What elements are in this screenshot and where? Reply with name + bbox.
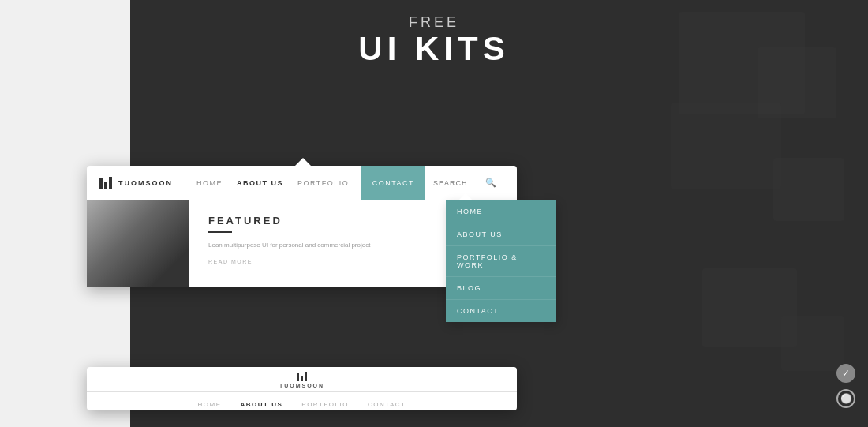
dropdown-menu: HOME ABOUT US PORTFOLIO & WORK BLOG CONT… — [446, 200, 556, 322]
dropdown-arrow-up — [458, 193, 473, 200]
free-label: FREE — [0, 14, 868, 31]
footer-nav-portfolio[interactable]: PORTFOLIO — [301, 401, 349, 408]
circle-user: ⚪ — [836, 389, 855, 408]
nav-about-us[interactable]: ABOUT US — [237, 179, 283, 187]
footer-nav: HOME ABOUT US PORTFOLIO CONTACT — [87, 392, 517, 416]
featured-divider — [208, 231, 232, 233]
footer-logo-bar-2 — [301, 376, 303, 381]
footer-logo-bar-1 — [297, 373, 299, 381]
navbar: TUOMSOON HOME ABOUT US PORTFOLIO CONTACT… — [87, 166, 517, 200]
browser-mockup-main: TUOMSOON HOME ABOUT US PORTFOLIO CONTACT… — [87, 166, 517, 287]
dropdown-about-us[interactable]: ABOUT US — [446, 223, 556, 246]
user-icon[interactable]: ⚪ — [836, 388, 856, 409]
logo-name: TUOMSOON — [118, 179, 173, 187]
footer-nav-home[interactable]: HOME — [198, 401, 222, 408]
right-icons: ✓ ⚪ — [836, 363, 856, 409]
logo-bar-3 — [109, 177, 112, 189]
check-circle-icon[interactable]: ✓ — [836, 363, 856, 384]
footer-logo: TUOMSOON — [279, 372, 324, 388]
footer-nav-contact[interactable]: CONTACT — [368, 401, 406, 408]
footer-logo-icon — [297, 372, 307, 381]
dropdown-home[interactable]: HOME — [446, 200, 556, 223]
search-icon[interactable]: 🔍 — [485, 178, 496, 188]
circle-check: ✓ — [836, 364, 855, 383]
dropdown-contact[interactable]: CONTACT — [446, 300, 556, 322]
logo-bar-1 — [99, 178, 103, 189]
search-input[interactable] — [433, 179, 481, 187]
person-silhouette — [87, 200, 189, 287]
logo-bar-2 — [104, 182, 107, 189]
dropdown-blog[interactable]: BLOG — [446, 277, 556, 300]
navbar-search: 🔍 — [425, 178, 504, 188]
logo-icon — [99, 177, 112, 189]
ui-kits-label: UI KITS — [0, 31, 868, 67]
header-section: FREE UI KITS — [0, 0, 868, 67]
navbar-logo: TUOMSOON — [99, 177, 173, 189]
nav-home[interactable]: HOME — [196, 179, 223, 187]
footer-logo-area: TUOMSOON — [87, 367, 517, 392]
dropdown-portfolio-work[interactable]: PORTFOLIO & WORK — [446, 246, 556, 277]
browser-mockup-footer: TUOMSOON HOME ABOUT US PORTFOLIO CONTACT — [87, 367, 517, 410]
navbar-nav: HOME ABOUT US PORTFOLIO — [196, 179, 361, 187]
footer-logo-name: TUOMSOON — [279, 383, 324, 388]
footer-nav-about-us[interactable]: ABOUT US — [241, 401, 283, 408]
nav-contact-button[interactable]: CONTACT — [361, 166, 425, 200]
featured-image — [87, 200, 189, 287]
footer-logo-bar-3 — [305, 372, 307, 381]
nav-portfolio[interactable]: PORTFOLIO — [297, 179, 349, 187]
